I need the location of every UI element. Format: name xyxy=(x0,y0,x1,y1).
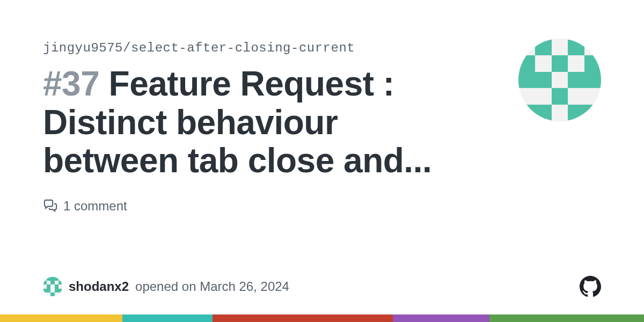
comments-count-text: 1 comment xyxy=(63,199,127,214)
opened-on-text: opened on March 26, 2024 xyxy=(135,279,289,294)
comments-count: 1 comment xyxy=(43,199,601,214)
github-logo-icon xyxy=(580,276,601,297)
issue-number: #37 xyxy=(43,64,99,103)
comment-discussion-icon xyxy=(43,199,58,214)
repo-owner-avatar xyxy=(518,39,601,121)
author-avatar xyxy=(43,277,62,296)
language-color-stripe xyxy=(0,314,644,322)
repo-path: jingyu9575/select-after-closing-current xyxy=(43,41,601,55)
issue-title-text: Feature Request : Distinct behaviour bet… xyxy=(43,64,431,180)
footer-row: shodanx2 opened on March 26, 2024 xyxy=(43,276,601,297)
issue-title-block: #37 Feature Request : Distinct behaviour… xyxy=(43,65,451,180)
author-username: shodanx2 xyxy=(69,279,129,294)
issue-social-card: jingyu9575/select-after-closing-current … xyxy=(0,0,644,322)
issue-title: #37 Feature Request : Distinct behaviour… xyxy=(43,65,451,180)
